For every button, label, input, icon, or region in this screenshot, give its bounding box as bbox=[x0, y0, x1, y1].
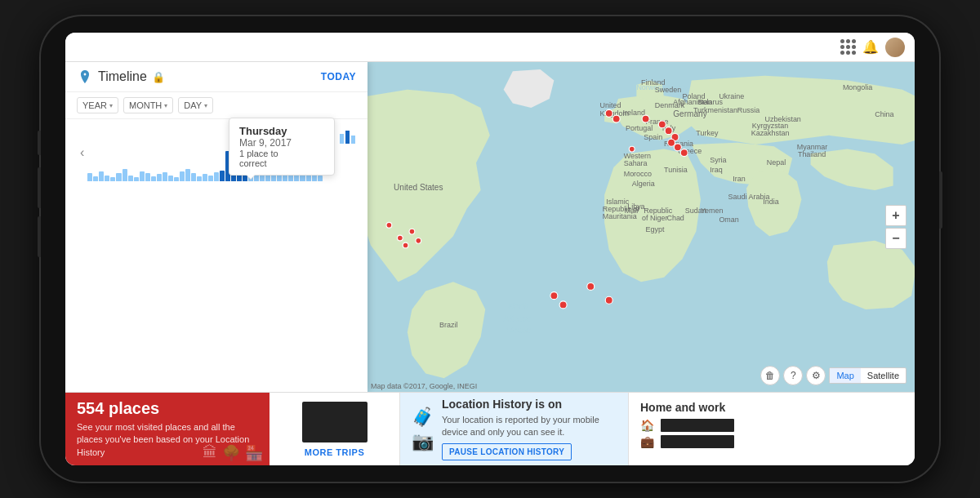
tree-icon: 🌳 bbox=[222, 444, 240, 462]
tooltip-date: Mar 9, 2017 bbox=[239, 137, 324, 149]
timeline-panel: Timeline 🔒 TODAY YEAR ▾ MONTH ▾ bbox=[65, 62, 368, 392]
map-area[interactable]: United States Brazil Libya Egypt Kazakhs… bbox=[368, 62, 915, 392]
svg-point-63 bbox=[550, 292, 558, 300]
svg-point-66 bbox=[665, 127, 672, 135]
svg-point-71 bbox=[605, 109, 612, 117]
svg-point-61 bbox=[605, 296, 612, 304]
zoom-out-button[interactable]: − bbox=[885, 228, 906, 249]
svg-text:North: North bbox=[508, 302, 528, 311]
chart-bar bbox=[87, 173, 92, 181]
svg-text:Portugal: Portugal bbox=[626, 124, 653, 132]
shop-icon: 🏪 bbox=[245, 444, 263, 462]
timeline-label: Timeline bbox=[98, 69, 147, 84]
svg-text:United: United bbox=[600, 101, 621, 109]
timeline-title-group: Timeline 🔒 bbox=[77, 69, 165, 85]
notifications-icon[interactable]: 🔔 bbox=[862, 39, 879, 56]
work-row: 💼 bbox=[640, 435, 903, 448]
location-history-title: Location History is on bbox=[442, 398, 617, 411]
month-dropdown[interactable]: MONTH ▾ bbox=[123, 97, 173, 113]
home-icon: 🏠 bbox=[640, 419, 654, 432]
chart-bar bbox=[110, 177, 115, 181]
work-icon: 💼 bbox=[640, 435, 654, 448]
tooltip-arrow-inner bbox=[247, 175, 255, 179]
today-button[interactable]: TODAY bbox=[321, 71, 356, 82]
svg-point-64 bbox=[642, 115, 649, 122]
svg-text:Morocco: Morocco bbox=[624, 170, 652, 178]
day-dropdown[interactable]: DAY ▾ bbox=[178, 97, 213, 113]
location-history-desc: Your location is reported by your mobile… bbox=[442, 414, 617, 439]
chart-bar bbox=[116, 173, 121, 181]
more-trips-button[interactable]: MORE TRIPS bbox=[305, 447, 364, 457]
chart-bar bbox=[140, 171, 145, 181]
svg-rect-1 bbox=[345, 131, 350, 144]
apps-icon[interactable] bbox=[840, 39, 856, 55]
places-panel[interactable]: 554 places See your most visited places … bbox=[65, 393, 270, 465]
home-work-panel: Home and work 🏠 💼 bbox=[629, 393, 915, 465]
svg-rect-0 bbox=[340, 134, 344, 144]
settings-map-icon[interactable]: ⚙ bbox=[806, 366, 826, 385]
timeline-header: Timeline 🔒 TODAY bbox=[65, 62, 368, 92]
work-address-bar[interactable] bbox=[661, 435, 734, 448]
power-button[interactable] bbox=[939, 171, 942, 229]
chart-bar bbox=[134, 177, 139, 181]
month-chevron-icon: ▾ bbox=[164, 102, 167, 109]
volume-down-button[interactable] bbox=[38, 167, 41, 208]
silent-button[interactable] bbox=[38, 216, 41, 257]
svg-point-69 bbox=[674, 144, 681, 151]
svg-point-75 bbox=[397, 235, 403, 241]
map-type-satellite-button[interactable]: Satellite bbox=[861, 368, 906, 383]
svg-point-74 bbox=[386, 222, 392, 228]
chart-bar bbox=[185, 169, 190, 181]
chart-bar bbox=[203, 174, 207, 181]
map-bottom-controls: 🗑 ? ⚙ Map Satellite bbox=[760, 366, 906, 385]
svg-point-72 bbox=[612, 115, 620, 122]
tooltip-places: 1 place to correct bbox=[239, 149, 324, 168]
svg-text:Mali: Mali bbox=[625, 207, 638, 215]
svg-text:Nepal: Nepal bbox=[767, 158, 786, 167]
home-address-bar[interactable] bbox=[661, 419, 734, 432]
volume-up-button[interactable] bbox=[38, 131, 41, 155]
zoom-in-button[interactable]: + bbox=[885, 205, 906, 226]
main-content: Timeline 🔒 TODAY YEAR ▾ MONTH ▾ bbox=[65, 62, 915, 392]
building-icon: 🏛 bbox=[203, 444, 217, 462]
top-bar: 🔔 bbox=[65, 33, 915, 62]
camera-icon: 📷 bbox=[412, 431, 434, 452]
chart-bar bbox=[151, 176, 156, 181]
places-count: 554 places bbox=[77, 399, 258, 418]
chart-bar bbox=[174, 177, 179, 181]
chart-bar bbox=[191, 173, 196, 181]
svg-text:Syria: Syria bbox=[710, 156, 726, 164]
map-type-switcher: Map Satellite bbox=[829, 367, 906, 384]
svg-text:United States: United States bbox=[394, 183, 443, 192]
chart-type-icon[interactable] bbox=[338, 127, 356, 149]
svg-text:India: India bbox=[763, 198, 778, 206]
svg-text:of Niger: of Niger bbox=[642, 214, 667, 222]
svg-point-77 bbox=[416, 238, 421, 243]
help-map-icon[interactable]: ? bbox=[783, 366, 803, 385]
svg-point-65 bbox=[658, 121, 666, 128]
svg-point-70 bbox=[680, 149, 688, 157]
chart-bar bbox=[93, 176, 98, 181]
svg-text:Ocean: Ocean bbox=[506, 326, 531, 335]
chart-prev-button[interactable]: ‹ bbox=[77, 145, 87, 160]
phone-device: 🔔 Timeline 🔒 TOD bbox=[41, 16, 939, 482]
chart-bar bbox=[122, 169, 127, 181]
svg-text:Iran: Iran bbox=[733, 175, 745, 183]
pause-location-button[interactable]: PAUSE LOCATION HISTORY bbox=[442, 443, 572, 460]
year-dropdown[interactable]: YEAR ▾ bbox=[77, 97, 118, 113]
svg-text:Spain: Spain bbox=[644, 133, 662, 141]
svg-text:Tunisia: Tunisia bbox=[664, 166, 688, 174]
user-avatar[interactable] bbox=[885, 38, 905, 57]
svg-text:Sahara: Sahara bbox=[624, 159, 648, 167]
map-zoom-controls: + − bbox=[885, 205, 906, 249]
maps-logo-icon bbox=[77, 69, 93, 85]
map-type-map-button[interactable]: Map bbox=[830, 368, 860, 383]
svg-text:Russia: Russia bbox=[737, 106, 760, 114]
trips-panel: MORE TRIPS bbox=[270, 393, 400, 465]
location-history-panel: 🧳 📷 Location History is on Your location… bbox=[400, 393, 629, 465]
svg-text:Atlantic: Atlantic bbox=[503, 314, 531, 323]
delete-map-icon[interactable]: 🗑 bbox=[760, 366, 780, 385]
phone-screen: 🔔 Timeline 🔒 TOD bbox=[65, 33, 915, 465]
lock-icon: 🔒 bbox=[152, 71, 165, 83]
date-tooltip: Thursday Mar 9, 2017 1 place to correct bbox=[229, 118, 335, 176]
